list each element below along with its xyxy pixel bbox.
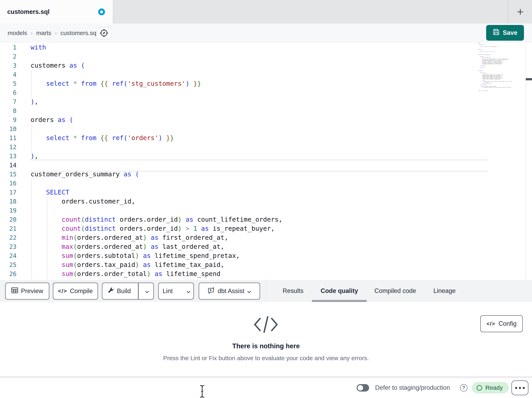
code-line[interactable]: 19 xyxy=(0,206,532,215)
line-number: 5 xyxy=(0,79,17,88)
code-line[interactable]: 20 count(distinct orders.order_id) as co… xyxy=(0,215,532,224)
line-number: 9 xyxy=(0,115,17,124)
line-number: 15 xyxy=(0,170,17,179)
more-options-button[interactable] xyxy=(512,380,528,395)
config-button-label: Config xyxy=(498,320,517,327)
editor-toolbar: Preview </> Compile Build Lint xyxy=(0,280,532,302)
breadcrumb: models › marts › customers.sql xyxy=(8,24,98,42)
preview-button[interactable]: Preview xyxy=(5,283,49,300)
dbt-assist-button[interactable]: dbt Assist xyxy=(199,283,260,300)
view-docs-button[interactable] xyxy=(96,27,112,40)
code-line[interactable]: 1with xyxy=(0,43,532,52)
line-number: 14 xyxy=(0,161,17,170)
config-button[interactable]: </> Config xyxy=(480,315,523,332)
line-number: 22 xyxy=(0,233,17,242)
code-text: customer_orders_summary as ( xyxy=(17,170,139,179)
code-line[interactable]: 9orders as ( xyxy=(0,115,532,124)
line-number: 11 xyxy=(0,133,17,143)
toolbar-divider xyxy=(266,280,266,301)
wrench-icon xyxy=(108,287,114,295)
tab-bar-divider xyxy=(508,0,508,24)
line-number: 16 xyxy=(0,179,17,188)
code-brackets-empty-icon xyxy=(253,315,279,335)
code-line[interactable]: 21 count(distinct orders.order_id) > 1 a… xyxy=(0,224,532,233)
code-text: ), xyxy=(17,97,38,106)
code-line[interactable]: 14 xyxy=(0,161,532,170)
minimap[interactable]: with customers as ( select * from {{ ref… xyxy=(478,43,526,92)
compile-button-label: Compile xyxy=(70,287,93,295)
code-line[interactable]: 6 xyxy=(0,88,532,97)
code-line[interactable]: 5 select * from {{ ref('stg_customers') … xyxy=(0,79,532,88)
code-line[interactable]: 12 xyxy=(0,143,532,152)
build-menu-button[interactable] xyxy=(141,283,153,299)
code-text: select * from {{ ref('stg_customers') }} xyxy=(17,79,201,88)
code-quality-panel: There is nothing here Press the Lint or … xyxy=(0,302,532,376)
tab-compiled-code[interactable]: Compiled code xyxy=(374,280,416,302)
code-line[interactable]: 25 sum(orders.tax_paid) as lifetime_tax_… xyxy=(0,260,532,269)
line-number: 17 xyxy=(0,188,17,197)
code-text: sum(orders.subtotal) as lifetime_spend_p… xyxy=(17,251,240,260)
code-text: count(distinct orders.order_id) > 1 as i… xyxy=(17,224,275,233)
breadcrumb-separator: › xyxy=(31,30,32,36)
breadcrumb-item-file[interactable]: customers.sql xyxy=(60,30,98,36)
code-line[interactable]: 16 xyxy=(0,179,532,188)
tab-title: customers.sql xyxy=(7,0,50,24)
code-text: with xyxy=(17,43,46,52)
compass-icon xyxy=(99,28,109,39)
breadcrumb-item-marts[interactable]: marts xyxy=(36,30,51,36)
line-number: 18 xyxy=(0,197,17,206)
code-text: orders.customer_id, xyxy=(17,197,135,206)
code-text: orders as ( xyxy=(17,115,73,124)
tab-customers-sql[interactable]: customers.sql xyxy=(0,0,113,24)
defer-toggle[interactable] xyxy=(357,384,369,391)
code-brackets-icon: </> xyxy=(487,321,495,327)
lint-button[interactable]: Lint xyxy=(158,283,177,299)
line-number: 4 xyxy=(0,70,17,79)
editor-tab-bar: customers.sql + xyxy=(0,0,532,24)
indent-guide xyxy=(47,197,47,280)
code-editor[interactable]: 1with23customers as (45 select * from {{… xyxy=(0,42,532,280)
save-button[interactable]: Save xyxy=(486,25,524,41)
tab-lineage[interactable]: Lineage xyxy=(433,280,456,302)
help-icon[interactable]: ? xyxy=(460,384,468,391)
code-text: ), xyxy=(17,152,38,161)
lint-menu-button[interactable] xyxy=(183,283,194,299)
line-number: 12 xyxy=(0,143,17,152)
code-line[interactable]: 10 xyxy=(0,124,532,133)
code-text xyxy=(17,88,31,97)
code-line[interactable]: 24 sum(orders.subtotal) as lifetime_spen… xyxy=(0,251,532,260)
ellipsis-icon xyxy=(515,387,517,389)
indent-guide xyxy=(31,124,32,152)
code-text xyxy=(17,124,31,133)
code-line[interactable]: 15customer_orders_summary as ( xyxy=(0,170,532,179)
code-line[interactable]: 23 max(orders.ordered_at) as last_ordere… xyxy=(0,242,532,251)
code-line[interactable]: 7), xyxy=(0,97,532,106)
code-line[interactable]: 11 select * from {{ ref('orders') }} xyxy=(0,133,532,143)
compile-button[interactable]: </> Compile xyxy=(53,283,98,300)
scrollbar-marker[interactable] xyxy=(526,78,532,80)
breadcrumb-item-models[interactable]: models xyxy=(8,30,27,36)
code-line[interactable]: 17 SELECT xyxy=(0,188,532,197)
code-line[interactable]: 4 xyxy=(0,70,532,79)
code-text: max(orders.ordered_at) as last_ordered_a… xyxy=(17,242,224,251)
build-button[interactable]: Build xyxy=(103,283,135,299)
code-line[interactable]: 18 orders.customer_id, xyxy=(0,197,532,206)
code-text: customers as ( xyxy=(17,61,85,70)
code-line[interactable]: 8 xyxy=(0,106,532,115)
status-badge: Ready xyxy=(472,382,509,393)
code-line[interactable]: 13), xyxy=(0,152,532,161)
defer-label: Defer to staging/production xyxy=(375,378,450,397)
tab-results[interactable]: Results xyxy=(283,280,303,302)
line-number: 25 xyxy=(0,260,17,269)
code-line[interactable]: 26 sum(orders.order_total) as lifetime_s… xyxy=(0,269,532,278)
new-tab-button[interactable]: + xyxy=(512,3,529,20)
tab-code-quality[interactable]: Code quality xyxy=(321,280,358,302)
ibeam-cursor xyxy=(198,385,206,398)
code-line[interactable]: 3customers as ( xyxy=(0,61,532,70)
code-text xyxy=(17,161,31,170)
code-line[interactable]: 2 xyxy=(0,52,532,61)
line-number: 20 xyxy=(0,215,17,224)
code-text xyxy=(17,179,31,188)
active-tab-underline xyxy=(312,300,367,302)
code-line[interactable]: 22 min(orders.ordered_at) as first_order… xyxy=(0,233,532,242)
